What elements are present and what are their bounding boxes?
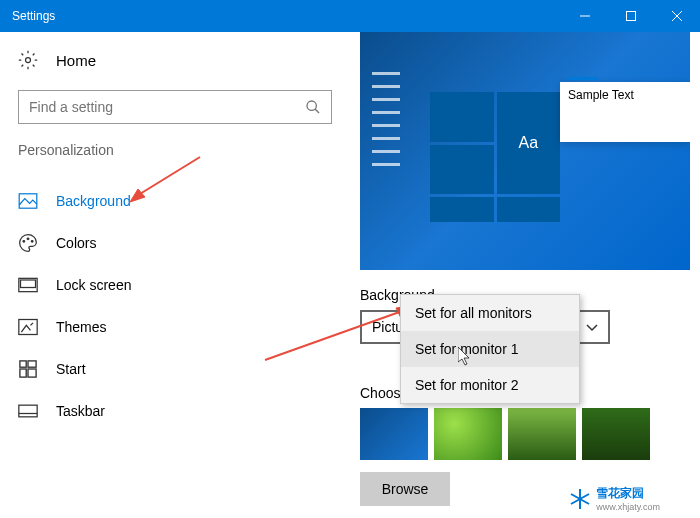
search-icon: [305, 99, 321, 115]
snowflake-icon: [568, 487, 592, 511]
nav-background[interactable]: Background: [18, 180, 332, 222]
nav-label: Themes: [56, 319, 107, 335]
nav-taskbar[interactable]: Taskbar: [18, 390, 332, 432]
close-button[interactable]: [654, 0, 700, 32]
svg-rect-17: [28, 369, 36, 377]
svg-point-4: [26, 58, 31, 63]
home-label: Home: [56, 52, 96, 69]
nav-colors[interactable]: Colors: [18, 222, 332, 264]
titlebar: Settings: [0, 0, 700, 32]
svg-rect-18: [19, 405, 37, 417]
picture-icon: [18, 193, 38, 209]
ctx-set-monitor-2[interactable]: Set for monitor 2: [401, 367, 579, 403]
nav-label: Start: [56, 361, 86, 377]
svg-rect-12: [21, 280, 36, 288]
svg-rect-16: [20, 369, 26, 377]
watermark: 雪花家园 www.xhjaty.com: [568, 485, 660, 512]
lockscreen-icon: [18, 277, 38, 293]
thumbnail-3[interactable]: [508, 408, 576, 460]
search-input[interactable]: [18, 90, 332, 124]
svg-rect-1: [627, 12, 636, 21]
context-menu: Set for all monitors Set for monitor 1 S…: [400, 294, 580, 404]
thumbnail-4[interactable]: [582, 408, 650, 460]
maximize-button[interactable]: [608, 0, 654, 32]
home-link[interactable]: Home: [18, 50, 332, 70]
window-title: Settings: [12, 9, 55, 23]
chevron-down-icon: [586, 319, 598, 335]
sidebar: Home Personalization Background Colors L…: [0, 32, 350, 518]
svg-rect-15: [28, 361, 36, 367]
main-panel: Aa Sample Text Background Picture Set fo…: [350, 32, 700, 518]
nav-label: Colors: [56, 235, 96, 251]
ctx-set-all-monitors[interactable]: Set for all monitors: [401, 295, 579, 331]
svg-point-9: [27, 238, 29, 240]
browse-button[interactable]: Browse: [360, 472, 450, 506]
thumbnail-2[interactable]: [434, 408, 502, 460]
ctx-set-monitor-1[interactable]: Set for monitor 1: [401, 331, 579, 367]
themes-icon: [18, 318, 38, 336]
svg-point-8: [23, 241, 25, 243]
desktop-preview: Aa Sample Text: [360, 32, 690, 270]
svg-line-6: [315, 109, 319, 113]
nav-start[interactable]: Start: [18, 348, 332, 390]
start-icon: [18, 360, 38, 378]
search-field[interactable]: [29, 99, 305, 115]
svg-rect-14: [20, 361, 26, 367]
taskbar-icon: [18, 404, 38, 418]
palette-icon: [18, 233, 38, 253]
nav-label: Lock screen: [56, 277, 131, 293]
preview-sample-window: Sample Text: [560, 82, 690, 142]
picture-thumbnails: [360, 408, 650, 460]
section-title: Personalization: [18, 142, 332, 158]
watermark-url: www.xhjaty.com: [596, 502, 660, 512]
watermark-text: 雪花家园: [596, 485, 660, 502]
nav-themes[interactable]: Themes: [18, 306, 332, 348]
thumbnail-1[interactable]: [360, 408, 428, 460]
svg-point-5: [307, 101, 316, 110]
svg-point-10: [31, 241, 33, 243]
preview-aa: Aa: [497, 92, 561, 194]
nav-lockscreen[interactable]: Lock screen: [18, 264, 332, 306]
gear-icon: [18, 50, 38, 70]
nav-label: Taskbar: [56, 403, 105, 419]
minimize-button[interactable]: [562, 0, 608, 32]
nav-label: Background: [56, 193, 131, 209]
